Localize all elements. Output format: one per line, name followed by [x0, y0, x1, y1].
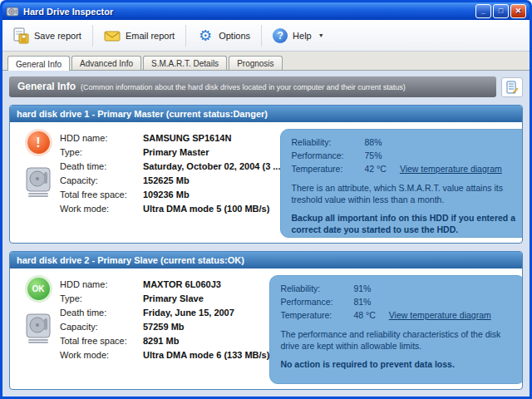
drive-2-body: OK — [10, 268, 522, 389]
drive-1-status-box: Reliability: 88% Performance: 75% Temper… — [280, 129, 522, 238]
field-value: Primary Slave — [143, 293, 204, 303]
maximize-button[interactable]: □ — [493, 4, 509, 18]
drive-2-fields: HDD name: MAXTOR 6L060J3 Type: Primary S… — [60, 275, 269, 384]
stat-value: 91% — [353, 283, 371, 293]
toolbar-separator — [185, 25, 186, 47]
tab-advanced-info[interactable]: Advanced Info — [71, 56, 141, 70]
danger-status-icon: ! — [27, 131, 50, 154]
stat-value: 88% — [364, 137, 382, 147]
save-report-label: Save report — [34, 31, 81, 41]
toolbar-separator — [92, 25, 93, 47]
toolbar: Save report Email report ⚙ Options — [2, 20, 530, 52]
field-label: Type: — [60, 147, 143, 157]
window-title: Hard Drive Inspector — [23, 7, 471, 17]
tab-smart-details[interactable]: S.M.A.R.T. Details — [143, 56, 227, 70]
drive-1-icon-column: ! — [17, 129, 60, 238]
tab-general-info[interactable]: General Info — [7, 56, 70, 71]
field-row: HDD name: MAXTOR 6L060J3 — [60, 277, 269, 291]
field-row: Total free space: 8291 Mb — [60, 333, 269, 347]
app-window: Hard Drive Inspector _ □ ✕ — [0, 0, 532, 399]
report-document-icon — [505, 81, 519, 94]
field-label: Death time: — [60, 161, 143, 171]
options-button[interactable]: ⚙ Options — [190, 23, 257, 48]
stat-row: Temperature: 42 °C View temperature diag… — [291, 162, 522, 175]
stat-row: Performance: 81% — [280, 295, 515, 308]
app-icon — [6, 5, 19, 18]
field-value: 8291 Mb — [143, 336, 179, 346]
help-button[interactable]: ? Help ▼ — [266, 24, 331, 47]
report-view-button[interactable] — [501, 77, 523, 97]
field-row: Capacity: 152625 Mb — [60, 173, 280, 187]
field-row: Total free space: 109236 Mb — [60, 187, 280, 201]
field-label: Death time: — [60, 308, 143, 318]
drive-1-message: There is an attribute, which S.M.A.R.T. … — [291, 183, 522, 205]
chevron-down-icon: ▼ — [318, 32, 324, 38]
field-row: Death time: Saturday, October 02, 2004 (… — [60, 159, 280, 173]
gear-icon: ⚙ — [197, 27, 214, 44]
stat-label: Performance: — [280, 297, 353, 307]
stat-label: Reliability: — [280, 283, 353, 293]
section-header: General Info (Common information about t… — [9, 76, 496, 97]
stat-label: Performance: — [291, 150, 364, 160]
stat-row: Temperature: 48 °C View temperature diag… — [280, 308, 515, 322]
stat-value: 81% — [353, 297, 371, 307]
toolbar-separator — [261, 25, 262, 47]
close-button[interactable]: ✕ — [510, 4, 526, 18]
field-value: Ultra DMA mode 6 (133 MB/s) — [143, 350, 269, 360]
field-row: Type: Primary Slave — [60, 291, 269, 305]
email-report-button[interactable]: Email report — [97, 23, 181, 48]
field-value: 109236 Mb — [143, 190, 190, 200]
tabstrip: General Info Advanced Info S.M.A.R.T. De… — [2, 52, 530, 71]
help-label: Help — [293, 31, 312, 41]
stat-row: Performance: 75% — [291, 149, 522, 162]
titlebar: Hard Drive Inspector _ □ ✕ — [2, 2, 530, 20]
field-label: Capacity: — [60, 175, 143, 185]
temperature-diagram-link[interactable]: View temperature diagram — [400, 164, 502, 174]
stat-row: Reliability: 91% — [280, 282, 515, 295]
field-label: HDD name: — [60, 133, 143, 143]
stat-label: Temperature: — [280, 310, 353, 320]
help-icon: ? — [273, 28, 288, 43]
section-row: General Info (Common information about t… — [9, 76, 523, 97]
field-label: Work mode: — [60, 204, 143, 214]
options-label: Options — [219, 31, 250, 41]
stat-label: Temperature: — [291, 164, 364, 174]
field-row: Work mode: Ultra DMA mode 6 (133 MB/s) — [60, 347, 269, 362]
content-area: General Info (Common information about t… — [2, 71, 530, 397]
stat-value: 75% — [364, 150, 382, 160]
email-report-icon — [104, 27, 121, 44]
window-controls: _ □ ✕ — [475, 4, 526, 18]
drive-1-fields: HDD name: SAMSUNG SP1614N Type: Primary … — [60, 129, 280, 238]
stat-value: 48 °C — [353, 310, 375, 320]
app-body: Save report Email report ⚙ Options — [2, 20, 530, 397]
stat-row: Reliability: 88% — [291, 135, 522, 149]
drive-panel-1: hard disk drive 1 - Primary Master (curr… — [9, 105, 523, 244]
drive-2-header: hard disk drive 2 - Primary Slave (curre… — [10, 252, 522, 268]
save-report-button[interactable]: Save report — [6, 23, 88, 48]
field-label: Capacity: — [60, 322, 143, 332]
email-report-label: Email report — [126, 31, 175, 41]
field-value: Friday, June 15, 2007 — [143, 308, 234, 318]
stat-value: 42 °C — [364, 164, 386, 174]
field-value: Saturday, October 02, 2004 (3 ... — [143, 161, 280, 171]
field-label: Type: — [60, 293, 143, 303]
field-label: Work mode: — [60, 350, 143, 360]
minimize-button[interactable]: _ — [475, 4, 491, 18]
field-row: Type: Primary Master — [60, 145, 280, 159]
section-subtitle: (Common information about the hard disk … — [81, 77, 406, 98]
temperature-diagram-link[interactable]: View temperature diagram — [389, 310, 491, 320]
field-value: Ultra DMA mode 5 (100 MB/s) — [143, 204, 269, 214]
section-title: General Info — [17, 76, 76, 97]
field-value: MAXTOR 6L060J3 — [143, 279, 221, 289]
field-row: HDD name: SAMSUNG SP1614N — [60, 131, 280, 145]
drive-panel-2: hard disk drive 2 - Primary Slave (curre… — [9, 251, 523, 390]
field-label: Total free space: — [60, 190, 143, 200]
field-label: HDD name: — [60, 279, 143, 289]
field-value: 57259 Mb — [143, 322, 185, 332]
drive-1-advice: Backup all important info on this HDD if… — [291, 213, 522, 235]
stat-label: Reliability: — [291, 137, 364, 147]
drive-2-advice: No action is required to prevent data lo… — [280, 359, 515, 371]
drive-2-message: The performance and reliability characte… — [280, 329, 515, 352]
tab-prognosis[interactable]: Prognosis — [229, 56, 282, 70]
drive-2-status-box: Reliability: 91% Performance: 81% Temper… — [269, 275, 522, 384]
